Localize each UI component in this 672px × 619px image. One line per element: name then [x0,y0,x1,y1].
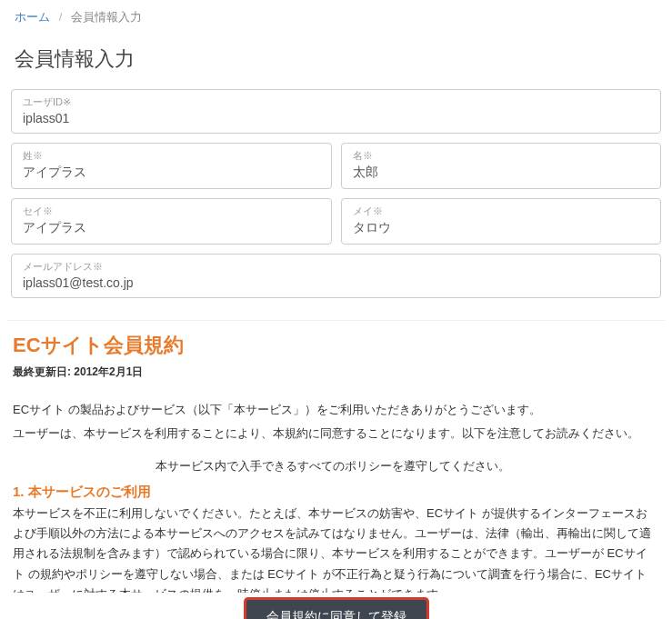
last-name-label: 姓※ [23,149,320,163]
terms-content: ECサイト会員規約 最終更新日: 2012年2月1日 ECサイト の製品およびサ… [13,332,652,593]
last-name-value: アイプラス [23,165,320,181]
first-kana-label: メイ※ [353,205,650,218]
page-title: 会員情報入力 [7,33,665,89]
last-kana-value: アイプラス [23,220,320,236]
terms-heading-1: 1. 本サービスのご利用 [13,484,652,501]
first-name-label: 名※ [353,149,650,163]
first-kana-value: タロウ [353,220,650,236]
user-id-label: ユーザID※ [23,95,649,109]
last-name-field[interactable]: 姓※ アイプラス [11,143,332,189]
breadcrumb-separator: / [59,10,63,24]
first-name-field[interactable]: 名※ 太郎 [341,143,662,189]
terms-paragraph-1: 本サービスを不正に利用しないでください。たとえば、本サービスの妨害や、ECサイト… [13,504,652,593]
last-kana-label: セイ※ [23,205,320,218]
terms-intro-1: ECサイト の製品およびサービス（以下「本サービス」）をご利用いただきありがとう… [13,400,652,420]
member-form: ユーザID※ iplass01 姓※ アイプラス 名※ 太郎 セイ※ アイプラス… [7,89,665,320]
breadcrumb-current: 会員情報入力 [71,10,142,24]
first-kana-field[interactable]: メイ※ タロウ [341,198,662,245]
breadcrumb-home-link[interactable]: ホーム [15,10,50,24]
terms-updated-date: 最終更新日: 2012年2月1日 [13,364,652,380]
email-value: iplass01@test.co.jp [23,275,649,290]
user-id-value: iplass01 [23,111,649,125]
breadcrumb: ホーム / 会員情報入力 [7,0,665,33]
terms-scroll-area[interactable]: ECサイト会員規約 最終更新日: 2012年2月1日 ECサイト の製品およびサ… [7,320,665,593]
agree-register-button[interactable]: 会員規約に同意して登録 [246,600,426,619]
terms-intro-2: ユーザーは、本サービスを利用することにより、本規約に同意することになります。以下… [13,424,652,444]
email-field[interactable]: メールアドレス※ iplass01@test.co.jp [11,254,661,298]
last-kana-field[interactable]: セイ※ アイプラス [11,198,332,245]
terms-intro-3: 本サービス内で入手できるすべてのポリシーを遵守してください。 [13,456,652,476]
submit-row: 会員規約に同意して登録 [7,593,665,619]
email-label: メールアドレス※ [23,260,649,274]
user-id-field[interactable]: ユーザID※ iplass01 [11,89,661,134]
terms-title: ECサイト会員規約 [13,332,652,359]
first-name-value: 太郎 [353,165,650,181]
